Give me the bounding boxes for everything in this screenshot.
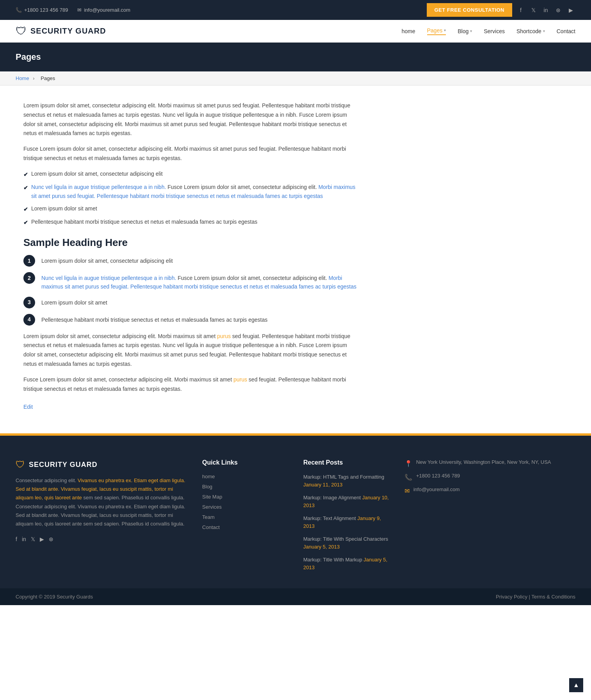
list-item: Site Map	[202, 493, 288, 500]
footer-email-icon: ✉	[405, 487, 410, 495]
logo: 🛡 SECURITY GUARD	[16, 25, 106, 37]
footer-col-contact: 📍 New York University, Washington Place,…	[405, 459, 575, 577]
email-info: ✉ info@youremail.com	[77, 7, 130, 13]
numbered-list: 1 Lorem ipsum dolor sit amet, consectetu…	[23, 255, 359, 326]
blog-arrow: ▾	[470, 29, 472, 33]
top-bar: 📞 +1800 123 456 789 ✉ info@youremail.com…	[0, 0, 591, 20]
post-title-2: Markup: Image Alignment	[303, 495, 362, 501]
post-title-5: Markup: Title With Markup	[303, 557, 364, 563]
footer-links-list: home Blog Site Map Services Team Contact	[202, 473, 288, 530]
breadcrumb-current: Pages	[41, 75, 55, 81]
rss-icon[interactable]: ⊛	[554, 5, 563, 15]
list-item: 4 Pellentesque habitant morbi tristique …	[23, 314, 359, 326]
youtube-icon[interactable]: ▶	[566, 5, 575, 15]
top-phone: +1800 123 456 789	[24, 7, 68, 13]
email-icon: ✉	[77, 7, 82, 13]
footer-link-team[interactable]: Team	[202, 514, 215, 520]
nav-home[interactable]: home	[401, 28, 415, 34]
list-item: Contact	[202, 524, 288, 530]
footer-link-home[interactable]: home	[202, 474, 215, 479]
top-email: info@youremail.com	[84, 7, 130, 13]
num-badge-1: 1	[23, 255, 35, 267]
footer-phone-icon: 📞	[405, 474, 412, 481]
num-badge-4: 4	[23, 314, 35, 326]
list-item: ✔ Nunc vel ligula in augue tristique pel…	[23, 183, 359, 200]
nav-pages[interactable]: Pages ▾	[427, 27, 446, 35]
main-content: Lorem ipsum dolor sit amet, consectetur …	[0, 85, 382, 433]
page-title: Pages	[16, 52, 575, 62]
check-icon-1: ✔	[23, 170, 28, 179]
numbered-item-3: Lorem ipsum dolor sit amet	[41, 297, 107, 307]
privacy-link[interactable]: Privacy Policy	[496, 594, 527, 600]
list-item: Team	[202, 514, 288, 520]
footer: 🛡 SECURITY GUARD Consectetur adipiscing …	[0, 436, 591, 588]
footer-legal-links: Privacy Policy | Terms & Conditions	[496, 594, 575, 600]
post-title-4: Markup: Title With Special Characters	[303, 536, 388, 542]
footer-col-brand: 🛡 SECURITY GUARD Consectetur adipiscing …	[16, 459, 186, 577]
nav-contact[interactable]: Contact	[557, 28, 575, 34]
sample-heading: Sample Heading Here	[23, 237, 359, 249]
footer-email: ✉ info@youremail.com	[405, 486, 575, 495]
shortcode-arrow: ▾	[543, 29, 545, 33]
post-date-1: January 11, 2013	[303, 482, 343, 488]
cta-button[interactable]: GET FREE CONSULTATION	[427, 3, 513, 17]
footer-col-links: Quick Links home Blog Site Map Services …	[202, 459, 288, 577]
footer-link-services[interactable]: Services	[202, 504, 222, 510]
footer-linkedin-icon[interactable]: in	[22, 536, 26, 542]
footer-phone-text: +1800 123 456 789	[416, 473, 460, 479]
footer-facebook-icon[interactable]: f	[16, 536, 17, 542]
footer-rss-icon[interactable]: ⊛	[49, 536, 53, 542]
post-title-3: Markup: Text Alignment	[303, 515, 358, 521]
list-item: ✔ Lorem ipsum dolor sit amet, consectetu…	[23, 169, 359, 179]
top-bar-left: 📞 +1800 123 456 789 ✉ info@youremail.com	[16, 7, 130, 13]
footer-col-posts: Recent Posts Markup: HTML Tags and Forma…	[303, 459, 389, 577]
footer-quick-links-heading: Quick Links	[202, 459, 288, 466]
num-badge-3: 3	[23, 297, 35, 308]
page-title-section: Pages	[0, 43, 591, 71]
list-item: Markup: Title With Markup January 5, 201…	[303, 556, 389, 571]
nav-blog-wrapper: Blog ▾	[458, 28, 472, 34]
footer-shield-icon: 🛡	[16, 459, 25, 470]
list-item: Markup: HTML Tags and Formatting January…	[303, 473, 389, 488]
footer-phone: 📞 +1800 123 456 789	[405, 473, 575, 481]
footer-link-blog[interactable]: Blog	[202, 484, 212, 490]
nav-shortcode[interactable]: Shortcode	[516, 28, 541, 34]
nav-shortcode-wrapper: Shortcode ▾	[516, 28, 545, 34]
post-title-1: Markup: HTML Tags and Formatting	[303, 474, 384, 480]
nav-blog[interactable]: Blog	[458, 28, 469, 34]
footer-address-text: New York University, Washington Place, N…	[416, 459, 551, 465]
list-item: 2 Nunc vel ligula in augue tristique pel…	[23, 272, 359, 291]
footer-link-sitemap[interactable]: Site Map	[202, 494, 222, 500]
footer-top: 🛡 SECURITY GUARD Consectetur adipiscing …	[16, 459, 575, 577]
numbered-item-1: Lorem ipsum dolor sit amet, consectetur …	[41, 255, 173, 265]
footer-link-contact[interactable]: Contact	[202, 524, 220, 530]
footer-youtube-icon[interactable]: ▶	[40, 536, 44, 542]
content-para3: Lorem ipsum dolor sit amet, consectetur …	[23, 332, 359, 369]
recent-posts-list: Markup: HTML Tags and Formatting January…	[303, 473, 389, 571]
list-item: ✔ Lorem ipsum dolor sit amet	[23, 204, 359, 214]
footer-email-text: info@youremail.com	[414, 486, 460, 492]
terms-link[interactable]: Terms & Conditions	[531, 594, 575, 600]
linkedin-icon[interactable]: in	[541, 5, 550, 15]
nav-services[interactable]: Services	[484, 28, 505, 34]
footer-twitter-icon[interactable]: 𝕏	[31, 536, 35, 542]
numbered-item-4: Pellentesque habitant morbi tristique se…	[41, 314, 268, 324]
edit-link[interactable]: Edit	[23, 404, 33, 410]
list-item: home	[202, 473, 288, 479]
facebook-icon[interactable]: f	[516, 5, 525, 15]
list-item: Markup: Image Alignment January 10, 2013	[303, 494, 389, 509]
breadcrumb-home[interactable]: Home	[16, 75, 29, 81]
footer-description: Consectetur adipiscing elit. Vivamus eu …	[16, 476, 186, 528]
footer-bottom: Copyright © 2019 Security Guards Privacy…	[0, 588, 591, 605]
content-para2: Fusce Lorem ipsum dolor sit amet, consec…	[23, 144, 359, 163]
twitter-icon[interactable]: 𝕏	[529, 5, 538, 15]
num-badge-2: 2	[23, 272, 35, 284]
numbered-item-2: Nunc vel ligula in augue tristique pelle…	[41, 272, 359, 291]
list-item: Services	[202, 504, 288, 510]
main-nav: home Pages ▾ Blog ▾ Services Shortcode ▾…	[401, 27, 575, 35]
footer-logo: 🛡 SECURITY GUARD	[16, 459, 186, 470]
check-item-3: Lorem ipsum dolor sit amet	[31, 204, 97, 213]
content-para4: Fusce Lorem ipsum dolor sit amet, consec…	[23, 375, 359, 394]
check-item-1: Lorem ipsum dolor sit amet, consectetur …	[31, 169, 163, 178]
check-icon-2: ✔	[23, 183, 28, 192]
